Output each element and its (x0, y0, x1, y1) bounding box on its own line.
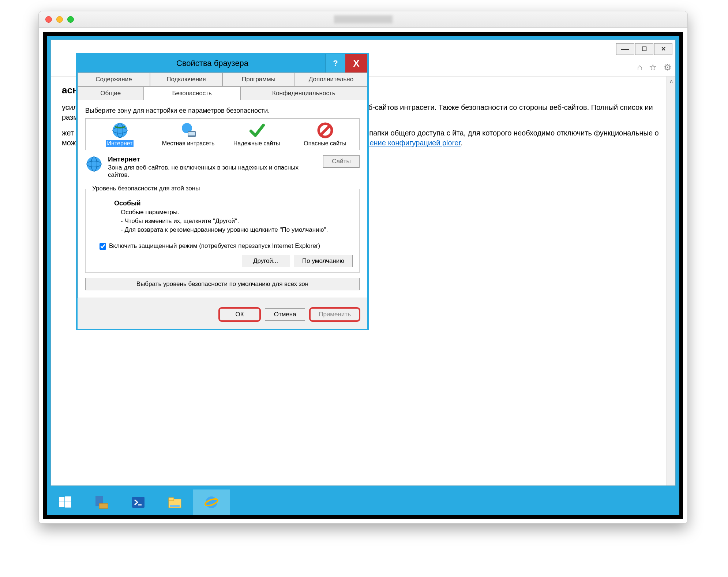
ie-vertical-scrollbar[interactable]: ∧ (667, 77, 675, 485)
svg-line-20 (321, 126, 330, 135)
svg-rect-5 (99, 503, 108, 509)
groupbox-title: Уровень безопасности для этой зоны (90, 185, 202, 192)
ok-button[interactable]: ОК (219, 308, 260, 321)
custom-level-button[interactable]: Другой... (242, 255, 289, 267)
cancel-button[interactable]: Отмена (265, 308, 305, 321)
globe-icon (111, 122, 129, 139)
apply-button[interactable]: Применить (310, 308, 359, 321)
tab-privacy[interactable]: Конфиденциальность (240, 86, 367, 100)
svg-rect-2 (59, 502, 64, 507)
security-level-name: Особый (114, 199, 353, 208)
zone-internet[interactable]: Интернет (86, 122, 154, 147)
gear-icon[interactable]: ⚙ (664, 62, 672, 72)
dialog-help-button[interactable]: ? (325, 54, 345, 72)
mac-window: — ☐ ✕ ной... ✕ ⌂ ☆ ⚙ асности I (38, 11, 688, 524)
rdp-viewport: — ☐ ✕ ной... ✕ ⌂ ☆ ⚙ асности I (39, 28, 687, 523)
intranet-icon (180, 122, 197, 139)
reset-all-zones-button[interactable]: Выбрать уровень безопасности по умолчани… (85, 278, 360, 290)
zone-detail-title: Интернет (108, 155, 318, 163)
zone-list: Интернет Местная интрасеть Надежные сайт… (85, 118, 360, 150)
svg-rect-10 (170, 505, 180, 507)
security-level-line1: Особые параметры. (121, 208, 353, 217)
taskbar-powershell[interactable] (120, 489, 157, 515)
tab-programs[interactable]: Программы (222, 72, 295, 86)
tab-advanced[interactable]: Дополнительно (295, 72, 367, 86)
security-level-line3: - Для возврата к рекомендованному уровню… (121, 226, 353, 234)
ie-minimize-button[interactable]: — (616, 43, 634, 55)
ie-close-button[interactable]: ✕ (654, 43, 672, 55)
mac-close-dot[interactable] (45, 16, 52, 23)
dialog-action-row: ОК Отмена Применить (78, 298, 367, 329)
taskbar-internet-explorer[interactable] (193, 489, 230, 515)
dialog-titlebar[interactable]: Свойства браузера ? X (78, 54, 367, 72)
internet-options-dialog: Свойства браузера ? X Содержание Подключ… (76, 53, 369, 330)
svg-rect-9 (169, 498, 174, 500)
zone-intranet-label: Местная интрасеть (162, 140, 215, 147)
zone-internet-label: Интернет (106, 140, 134, 147)
zone-trusted-label: Надежные сайты (233, 140, 280, 147)
dialog-tab-rows: Содержание Подключения Программы Дополни… (78, 72, 367, 100)
svg-rect-1 (65, 496, 71, 502)
sites-button[interactable]: Сайты (323, 155, 360, 168)
powershell-icon (131, 495, 146, 510)
start-button[interactable] (47, 489, 83, 515)
mac-minimize-dot[interactable] (56, 16, 63, 23)
windows-taskbar[interactable] (47, 489, 679, 515)
svg-rect-3 (65, 502, 71, 507)
home-icon[interactable]: ⌂ (637, 62, 643, 72)
security-tab-panel: Выберите зону для настройки ее параметро… (78, 100, 367, 298)
zone-description: Интернет Зона для веб-сайтов, не включен… (85, 155, 360, 179)
scroll-up-arrow-icon[interactable]: ∧ (667, 77, 675, 85)
tab-connections[interactable]: Подключения (150, 72, 222, 86)
tab-security[interactable]: Безопасность (144, 86, 240, 100)
zone-detail-desc: Зона для веб-сайтов, не включенных в зон… (108, 164, 318, 179)
folder-icon (167, 495, 183, 510)
windows-logo-icon (59, 496, 72, 509)
security-level-line2: - Чтобы изменить их, щелкните "Другой". (121, 217, 353, 226)
taskbar-server-manager[interactable] (83, 489, 120, 515)
mac-title-blurred (334, 15, 393, 23)
protected-mode-checkbox[interactable] (100, 243, 106, 250)
prohibited-icon (316, 122, 334, 139)
taskbar-explorer[interactable] (157, 489, 193, 515)
dialog-close-button[interactable]: X (345, 54, 367, 72)
svg-point-21 (87, 157, 101, 171)
protected-mode-row[interactable]: Включить защищенный режим (потребуется п… (100, 242, 353, 250)
zone-restricted[interactable]: Опасные сайты (291, 122, 359, 147)
tab-content[interactable]: Содержание (78, 72, 150, 86)
globe-icon (85, 155, 103, 173)
svg-rect-18 (188, 132, 195, 135)
security-level-groupbox: Уровень безопасности для этой зоны Особы… (85, 189, 360, 273)
ie-icon (203, 494, 219, 510)
server-manager-icon (94, 495, 109, 510)
dialog-title: Свойства браузера (176, 59, 248, 68)
mac-titlebar[interactable] (39, 11, 687, 28)
ie-toolbar-icons: ⌂ ☆ ⚙ (637, 62, 672, 72)
tab-general[interactable]: Общие (78, 86, 144, 100)
ie-maximize-button[interactable]: ☐ (635, 43, 653, 55)
svg-rect-0 (59, 497, 64, 502)
default-level-button[interactable]: По умолчанию (294, 255, 353, 267)
svg-point-13 (113, 123, 127, 138)
rdp-frame: — ☐ ✕ ной... ✕ ⌂ ☆ ⚙ асности I (43, 32, 683, 519)
zone-trusted[interactable]: Надежные сайты (222, 122, 291, 147)
favorites-icon[interactable]: ☆ (649, 62, 657, 72)
select-zone-label: Выберите зону для настройки ее параметро… (85, 107, 360, 115)
zone-restricted-label: Опасные сайты (304, 140, 346, 147)
protected-mode-label: Включить защищенный режим (потребуется п… (109, 242, 320, 250)
zone-intranet[interactable]: Местная интрасеть (154, 122, 222, 147)
checkmark-icon (248, 122, 266, 139)
mac-zoom-dot[interactable] (67, 16, 74, 23)
